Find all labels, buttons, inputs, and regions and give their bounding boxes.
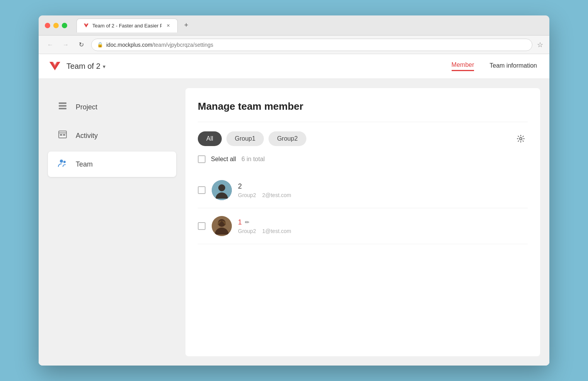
- svg-point-7: [60, 160, 63, 163]
- activity-icon: [57, 130, 68, 141]
- total-count-label: 6 in total: [241, 156, 265, 163]
- tab-team-information[interactable]: Team information: [489, 62, 537, 71]
- select-all-row: Select all 6 in total: [198, 155, 528, 163]
- member-1-group: Group2: [238, 228, 256, 234]
- project-icon: [57, 101, 68, 113]
- app-content: Team of 2 ▾ Member Team information: [39, 54, 549, 366]
- member-2-avatar: [212, 180, 232, 200]
- filter-all-button[interactable]: All: [198, 131, 222, 146]
- main-layout: Project Activity: [39, 79, 549, 366]
- member-2-email: 2@test.com: [262, 192, 291, 198]
- sidebar-team-label: Team: [76, 160, 93, 168]
- minimize-traffic-light[interactable]: [53, 23, 59, 28]
- member-1-info: 1 ✏ Group2 1@test.com: [238, 218, 528, 234]
- select-all-checkbox[interactable]: [198, 155, 206, 163]
- member-2-name-row: 2: [238, 182, 528, 190]
- url-text: idoc.mockplus.com/team/vjpybcrqza/settin…: [106, 42, 527, 48]
- svg-rect-0: [59, 102, 66, 104]
- browser-window: Team of 2 - Faster and Easier P ✕ + ← → …: [39, 15, 549, 366]
- sidebar-item-team[interactable]: Team: [48, 151, 176, 177]
- tab-title: Team of 2 - Faster and Easier P: [92, 23, 162, 29]
- member-2-name: 2: [238, 182, 242, 190]
- url-path: /team/vjpybcrqza/settings: [152, 42, 213, 48]
- close-traffic-light[interactable]: [45, 23, 50, 28]
- logo-area: Team of 2 ▾: [48, 59, 105, 74]
- title-bar: Team of 2 - Faster and Easier P ✕ +: [39, 15, 549, 36]
- svg-point-11: [218, 184, 225, 191]
- url-bar[interactable]: 🔒 idoc.mockplus.com/team/vjpybcrqza/sett…: [91, 39, 532, 51]
- team-name-label: Team of 2: [66, 62, 100, 71]
- svg-rect-1: [59, 105, 66, 107]
- filter-group1-button[interactable]: Group1: [226, 131, 264, 146]
- lock-icon: 🔒: [97, 42, 103, 48]
- page-title: Manage team member: [198, 100, 528, 122]
- svg-point-8: [63, 161, 66, 163]
- member-1-name-row: 1 ✏: [238, 218, 528, 226]
- sidebar-item-activity[interactable]: Activity: [48, 123, 176, 148]
- sidebar: Project Activity: [39, 79, 185, 366]
- url-domain: idoc.mockplus.com: [106, 42, 152, 48]
- member-1-checkbox[interactable]: [198, 222, 206, 230]
- bookmark-icon[interactable]: ☆: [537, 41, 543, 49]
- address-bar: ← → ↻ 🔒 idoc.mockplus.com/team/vjpybcrqz…: [39, 36, 549, 54]
- sidebar-project-label: Project: [76, 103, 97, 111]
- member-1-email: 1@test.com: [262, 228, 291, 234]
- tab-favicon-icon: [83, 22, 89, 29]
- header-tabs: Member Team information: [452, 61, 537, 71]
- svg-rect-2: [59, 108, 66, 109]
- content-card: Manage team member All Group1 Group2: [185, 88, 540, 356]
- reload-button[interactable]: ↻: [76, 39, 87, 50]
- member-2-info: 2 Group2 2@test.com: [238, 182, 528, 198]
- maximize-traffic-light[interactable]: [62, 23, 67, 28]
- svg-point-9: [520, 138, 522, 140]
- member-1-sub: Group2 1@test.com: [238, 228, 528, 234]
- member-row: 2 Group2 2@test.com: [198, 172, 528, 208]
- svg-rect-5: [60, 134, 62, 136]
- forward-button[interactable]: →: [60, 39, 71, 50]
- filter-row: All Group1 Group2: [198, 131, 528, 146]
- team-icon: [57, 158, 68, 170]
- content-area: Manage team member All Group1 Group2: [185, 79, 549, 366]
- traffic-lights: [45, 23, 67, 28]
- team-name-dropdown[interactable]: Team of 2 ▾: [66, 62, 105, 71]
- gear-icon[interactable]: [514, 132, 528, 146]
- back-button[interactable]: ←: [45, 39, 56, 50]
- chevron-down-icon: ▾: [103, 63, 105, 70]
- member-1-avatar: [212, 216, 232, 236]
- tab-bar: Team of 2 - Faster and Easier P ✕ +: [76, 19, 543, 32]
- member-2-group: Group2: [238, 192, 256, 198]
- edit-icon[interactable]: ✏: [245, 219, 250, 225]
- tab-member[interactable]: Member: [452, 61, 474, 71]
- svg-rect-6: [63, 134, 65, 136]
- filter-group2-button[interactable]: Group2: [269, 131, 306, 146]
- member-1-name: 1: [238, 218, 242, 226]
- member-2-sub: Group2 2@test.com: [238, 192, 528, 198]
- select-all-label: Select all: [211, 156, 236, 163]
- member-2-checkbox[interactable]: [198, 186, 206, 194]
- app-header: Team of 2 ▾ Member Team information: [39, 54, 549, 79]
- mockplus-logo: [48, 59, 62, 74]
- member-row: 1 ✏ Group2 1@test.com: [198, 208, 528, 244]
- sidebar-activity-label: Activity: [76, 132, 98, 140]
- browser-tab[interactable]: Team of 2 - Faster and Easier P ✕: [76, 19, 178, 32]
- new-tab-button[interactable]: +: [181, 20, 192, 31]
- sidebar-item-project[interactable]: Project: [48, 94, 176, 120]
- tab-close-button[interactable]: ✕: [165, 22, 171, 29]
